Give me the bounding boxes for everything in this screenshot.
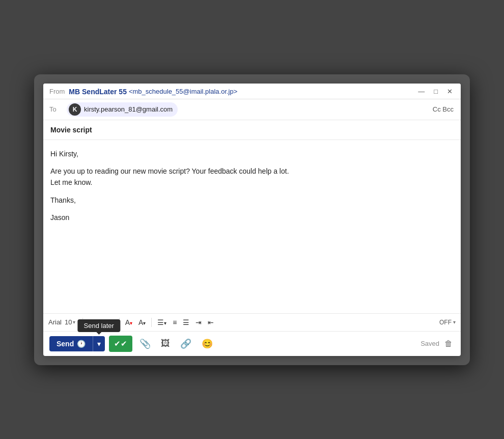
link-button[interactable]: 🔗 — [177, 336, 194, 351]
saved-status: Saved 🗑 — [421, 337, 455, 350]
from-label: From — [49, 88, 65, 95]
sender-email: <mb_schedule_55@imail.plala.or.jp> — [129, 88, 237, 95]
maximize-button[interactable]: □ — [432, 87, 440, 95]
double-check-button[interactable]: ✔✔ — [109, 336, 132, 352]
send-group: Send 🕐 ▾ Send later — [49, 336, 105, 351]
highlight-button[interactable]: A▾ — [136, 317, 148, 328]
unordered-list-button[interactable]: ☰ — [180, 317, 192, 328]
off-label: OFF — [439, 319, 452, 326]
body-line1: Are you up to reading our new movie scri… — [50, 167, 289, 175]
send-later-button[interactable]: ▾ — [93, 336, 105, 351]
off-chevron: ▾ — [453, 319, 456, 325]
recipient-email: kirsty.pearson_81@gmail.com — [84, 105, 173, 113]
body-line2: Let me know. — [50, 178, 93, 186]
font-size-chevron: ▾ — [73, 319, 75, 325]
saved-label: Saved — [421, 340, 439, 347]
attach-button[interactable]: 📎 — [136, 336, 154, 351]
body-greeting: Hi Kirsty, — [50, 148, 454, 159]
title-bar: From MB SendLater 55 <mb_schedule_55@ima… — [43, 84, 461, 99]
font-size-value: 10 — [65, 318, 72, 326]
delete-button[interactable]: 🗑 — [442, 337, 455, 350]
align-button[interactable]: ☰▾ — [155, 317, 169, 328]
subject-text: Movie script — [50, 126, 92, 134]
separator-2 — [119, 318, 120, 327]
font-color-button[interactable]: A▾ — [123, 317, 135, 328]
email-body[interactable]: Hi Kirsty, Are you up to reading our new… — [43, 140, 461, 313]
bottom-bar: Send 🕐 ▾ Send later ✔✔ 📎 🖼 🔗 😊 Saved 🗑 — [43, 331, 461, 356]
window-controls: — □ ✕ — [416, 87, 455, 95]
ordered-list-button[interactable]: ≡ — [170, 317, 179, 328]
compose-window: From MB SendLater 55 <mb_schedule_55@ima… — [43, 84, 461, 356]
body-signature: Jason — [50, 212, 454, 223]
emoji-button[interactable]: 😊 — [199, 336, 216, 351]
minimize-button[interactable]: — — [416, 87, 427, 95]
indent-button[interactable]: ⇥ — [193, 317, 204, 328]
recipient-chip[interactable]: K kirsty.pearson_81@gmail.com — [67, 102, 178, 117]
cc-bcc-button[interactable]: Cc Bcc — [433, 105, 454, 113]
underline-button[interactable]: U — [106, 317, 116, 328]
send-label: Send — [57, 340, 74, 348]
font-size-selector[interactable]: 10 ▾ — [65, 318, 75, 326]
off-toggle[interactable]: OFF ▾ — [439, 319, 456, 326]
to-row: To K kirsty.pearson_81@gmail.com Cc Bcc — [43, 99, 461, 120]
to-label: To — [49, 105, 62, 113]
formatting-toolbar: Arial 10 ▾ B I U A▾ A▾ ☰▾ ≡ ☰ ⇥ ⇤ OFF — [43, 313, 461, 331]
image-button[interactable]: 🖼 — [158, 336, 173, 351]
separator-3 — [151, 318, 152, 327]
font-name: Arial — [48, 318, 62, 326]
sender-name: MB SendLater 55 — [69, 88, 127, 96]
clock-icon: 🕐 — [77, 340, 86, 348]
separator-1 — [82, 318, 83, 327]
body-content: Are you up to reading our new movie scri… — [50, 166, 454, 188]
outdent-button[interactable]: ⇤ — [205, 317, 216, 328]
subject-row: Movie script — [43, 120, 461, 140]
send-later-container: ▾ Send later — [93, 336, 105, 351]
close-button[interactable]: ✕ — [445, 87, 455, 95]
avatar: K — [69, 103, 81, 116]
bold-button[interactable]: B — [86, 317, 96, 328]
body-closing: Thanks, — [50, 195, 454, 206]
italic-button[interactable]: I — [98, 317, 105, 328]
send-button[interactable]: Send 🕐 — [49, 336, 93, 351]
